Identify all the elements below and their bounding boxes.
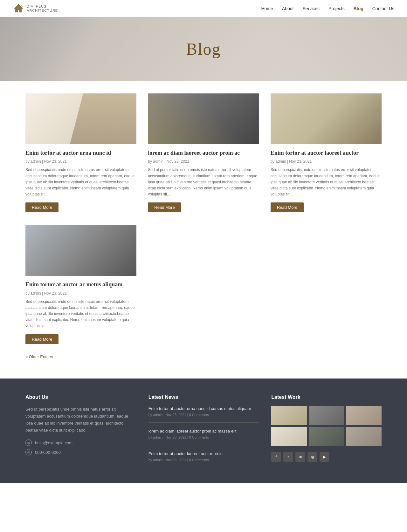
news-item-1: Enim tortor at auctor urna nunc id cursu… <box>148 406 259 423</box>
hero-banner: Blog <box>0 17 407 81</box>
news-meta-3: by admin | Nov 23, 2021 | 0 Comments <box>148 458 259 462</box>
post-image-2 <box>148 93 259 144</box>
nav-projects[interactable]: Projects <box>328 6 345 11</box>
phone-icon: ✆ <box>25 449 32 455</box>
footer-phone-row: ✆ 000-000-0000 <box>25 449 136 455</box>
twitter-icon[interactable]: t <box>283 452 293 462</box>
work-thumb-6[interactable] <box>346 427 382 446</box>
news-title-1: Enim tortor at auctor urna nunc id cursu… <box>148 406 259 412</box>
post-image-1 <box>25 93 136 144</box>
linkedin-icon[interactable]: in <box>295 452 305 462</box>
hero-title: Blog <box>186 40 221 58</box>
work-thumb-5[interactable] <box>309 427 344 446</box>
youtube-icon[interactable]: ▶ <box>320 452 329 462</box>
post-title-2: lorem ac diam laoreet auctor proin ac <box>148 149 259 157</box>
news-meta-1: by admin | Nov 23, 2021 | 0 Comments <box>148 413 259 417</box>
footer-email: hello@example.com <box>35 440 72 445</box>
post-thumbnail-2 <box>148 93 259 144</box>
logo-title: Divi Plus Architecture <box>27 4 58 12</box>
post-image-4 <box>25 225 136 276</box>
news-title-3: Enim tortor at auctor laoreet auctor pro… <box>148 451 259 457</box>
nav-links: Home About Services Projects Blog Contac… <box>261 6 394 11</box>
nav-services[interactable]: Services <box>302 6 320 11</box>
post-meta-3: by admin | Nov 23, 2021 <box>271 159 382 164</box>
nav-contact[interactable]: Contact Us <box>372 6 394 11</box>
nav-home[interactable]: Home <box>261 6 273 11</box>
email-icon: ✉ <box>25 440 32 446</box>
post-image-3 <box>271 93 382 144</box>
news-meta-2: by admin | Nov 23, 2021 | 0 Comments <box>148 435 259 439</box>
footer-work: Latest Work f t in ig ▶ <box>271 394 382 474</box>
footer-news-title: Latest News <box>148 394 259 400</box>
social-icons: f t in ig ▶ <box>271 452 382 462</box>
news-item-3: Enim tortor at auctor laoreet auctor pro… <box>148 451 259 467</box>
read-more-button-4[interactable]: Read More <box>25 334 59 344</box>
svg-marker-0 <box>14 4 23 12</box>
post-meta-1: by admin | Nov 23, 2021 <box>25 159 136 164</box>
facebook-icon[interactable]: f <box>271 452 281 462</box>
logo[interactable]: Divi Plus Architecture <box>13 3 58 14</box>
post-title-1: Enim tortor at auctor urna nunc id <box>25 149 136 157</box>
post-card-2: lorem ac diam laoreet auctor proin ac by… <box>148 93 259 212</box>
read-more-button-3[interactable]: Read More <box>271 202 304 212</box>
post-title-3: Enim tortor at auctor laoreet auctor <box>271 149 382 157</box>
posts-grid-row2: Enim tortor at auctor ac metus aliquam b… <box>25 225 382 344</box>
post-excerpt-4: Sed ut perspiciatis unde omnis iste natu… <box>25 299 136 329</box>
news-item-2: lorem ac diam laoreet auctor proin ac ma… <box>148 428 259 445</box>
post-thumbnail-4 <box>25 225 136 276</box>
post-thumbnail-3 <box>271 93 382 144</box>
footer-about-text: Sed ut perspiciatis unde omnis iste natu… <box>25 406 136 434</box>
post-card-3: Enim tortor at auctor laoreet auctor by … <box>271 93 382 212</box>
post-meta-2: by admin | Nov 23, 2021 <box>148 159 259 164</box>
instagram-icon[interactable]: ig <box>307 452 317 462</box>
post-card-1: Enim tortor at auctor urna nunc id by ad… <box>25 93 136 212</box>
post-card-4: Enim tortor at auctor ac metus aliquam b… <box>25 225 136 344</box>
posts-grid-row1: Enim tortor at auctor urna nunc id by ad… <box>25 93 382 212</box>
work-thumb-4[interactable] <box>271 427 307 446</box>
footer-news: Latest News Enim tortor at auctor urna n… <box>148 394 259 474</box>
read-more-button-2[interactable]: Read More <box>148 202 181 212</box>
work-thumb-2[interactable] <box>309 406 344 425</box>
footer: About Us Sed ut perspiciatis unde omnis … <box>0 379 407 483</box>
read-more-button-1[interactable]: Read More <box>25 202 59 212</box>
footer-about-title: About Us <box>25 394 136 400</box>
post-excerpt-1: Sed ut perspiciatis unde omnis iste natu… <box>25 167 136 197</box>
footer-work-title: Latest Work <box>271 394 382 400</box>
post-thumbnail-1 <box>25 93 136 144</box>
work-grid <box>271 406 382 446</box>
navbar: Divi Plus Architecture Home About Servic… <box>0 0 407 17</box>
work-thumb-3[interactable] <box>346 406 382 425</box>
older-entries-link[interactable]: « Older Entries <box>25 354 53 359</box>
post-excerpt-3: Sed ut perspiciatis unde omnis iste natu… <box>271 167 382 197</box>
post-excerpt-2: Sed ut perspiciatis unde omnis iste natu… <box>148 167 259 197</box>
blog-section: Enim tortor at auctor urna nunc id by ad… <box>0 81 407 379</box>
footer-phone: 000-000-0000 <box>35 450 61 455</box>
nav-about[interactable]: About <box>282 6 294 11</box>
post-title-4: Enim tortor at auctor ac metus aliquam <box>25 281 136 288</box>
news-title-2: lorem ac diam laoreet auctor proin ac ma… <box>148 428 259 434</box>
footer-about: About Us Sed ut perspiciatis unde omnis … <box>25 394 136 474</box>
nav-blog[interactable]: Blog <box>354 6 363 11</box>
footer-email-row: ✉ hello@example.com <box>25 440 136 446</box>
work-thumb-1[interactable] <box>271 406 307 425</box>
post-meta-4: by admin | Nov 23, 2021 <box>25 291 136 296</box>
